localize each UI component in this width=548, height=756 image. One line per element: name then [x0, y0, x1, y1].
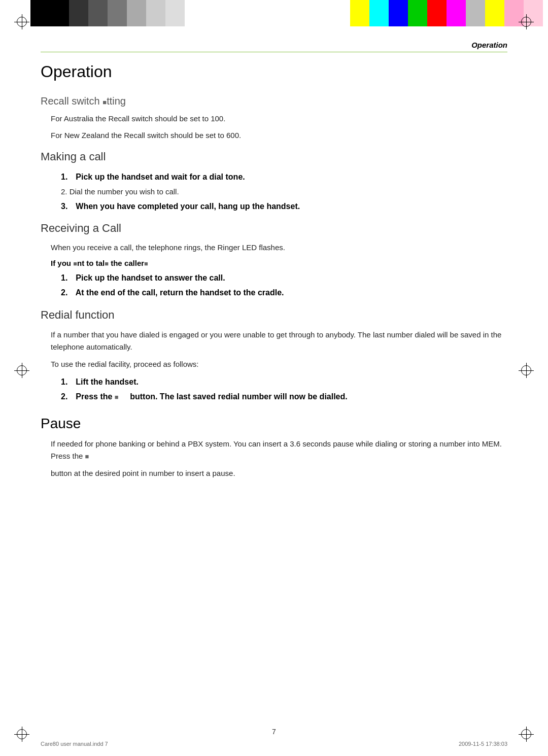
registration-mark-bottom-right [519, 727, 534, 742]
color-swatch [165, 0, 185, 26]
receiving-a-call-heading: Receiving a Call [41, 222, 507, 235]
color-swatch-yellow [350, 0, 369, 26]
page-number: 7 [272, 728, 276, 736]
color-swatch [127, 0, 146, 26]
registration-mark-middle-left [14, 363, 29, 378]
redial-step-2: 2. Press the ■ button. The last saved re… [61, 390, 507, 403]
recall-switch-heading-text: Recall switch ■tting [41, 95, 126, 107]
color-swatches-right [350, 0, 543, 26]
corrupt-char-5: ■ [115, 393, 128, 401]
making-step-1: 1. Pick up the handset and wait for a di… [61, 170, 507, 184]
header-title: Operation [471, 41, 507, 49]
redial-function-heading: Redial function [41, 308, 507, 322]
redial-function-section: Redial function If a number that you hav… [41, 308, 507, 403]
receiving-intro-text: When you receive a call, the telephone r… [51, 242, 507, 254]
corrupt-char-1: ■ [102, 98, 107, 106]
color-swatch [108, 0, 127, 26]
color-swatch-blue [389, 0, 408, 26]
color-swatch-cyan [369, 0, 389, 26]
pause-heading: Pause [41, 416, 507, 432]
corrupt-char-3: ■ [105, 260, 109, 267]
making-a-call-section: Making a call 1. Pick up the handset and… [41, 150, 507, 213]
receiving-step-1: 1. Pick up the handset to answer the cal… [61, 271, 507, 285]
corrupt-char-2: ■ [73, 260, 77, 267]
redial-step2-prefix: 2. Press the [61, 392, 112, 401]
color-swatch [30, 0, 50, 26]
redial-para-1: If a number that you have dialed is enga… [51, 329, 507, 353]
color-swatch [88, 0, 108, 26]
color-swatch [50, 0, 69, 26]
recall-switch-section: Recall switch ■tting For Australia the R… [41, 95, 507, 141]
corrupt-char-4: ■ [144, 260, 148, 267]
making-a-call-heading: Making a call [41, 150, 507, 163]
making-step-2: 2. Dial the number you wish to call. [61, 186, 507, 198]
redial-para-2: To use the redial facility, proceed as f… [51, 358, 507, 370]
corrupt-char-6: ■ [85, 453, 89, 460]
color-swatch-green [408, 0, 427, 26]
receiving-a-call-section: Receiving a Call When you receive a call… [41, 222, 507, 299]
registration-mark-middle-right [519, 363, 534, 378]
color-swatch [146, 0, 165, 26]
color-swatch-red [427, 0, 447, 26]
making-step-3: 3. When you have completed your call, ha… [61, 200, 507, 213]
recall-switch-heading: Recall switch ■tting [41, 95, 507, 107]
footer-right: 2009-11-5 17:38:03 [459, 741, 507, 747]
header-section: Operation [41, 41, 507, 52]
if-you-want-label: If you ■nt to tal■ the caller■ [51, 259, 507, 267]
registration-mark-bottom-left [14, 727, 29, 742]
footer-left: Care80 user manual.indd 7 [41, 741, 108, 747]
pause-para-1-text: If needed for phone banking or behind a … [51, 439, 502, 460]
top-color-bar [0, 0, 548, 26]
pause-para-1: If needed for phone banking or behind a … [51, 438, 507, 462]
color-swatch-lightgray [466, 0, 485, 26]
pause-section: Pause If needed for phone banking or beh… [41, 416, 507, 479]
recall-nz-text: For New Zealand the Recall switch should… [51, 130, 507, 142]
registration-mark-top-right [519, 14, 534, 29]
page-content: Operation Operation Recall switch ■tting… [41, 41, 507, 715]
color-swatch-yellow2 [485, 0, 504, 26]
redial-step2-suffix: button. The last saved redial number wil… [130, 392, 348, 401]
redial-step-1: 1. Lift the handset. [61, 375, 507, 389]
receiving-step-2: 2. At the end of the call, return the ha… [61, 286, 507, 299]
pause-para-2: button at the desired point in number to… [51, 467, 507, 479]
color-swatch-magenta [447, 0, 466, 26]
recall-australia-text: For Australia the Recall switch should b… [51, 113, 507, 125]
registration-mark-top-left [14, 14, 29, 29]
color-swatch [69, 0, 88, 26]
page-title: Operation [41, 62, 507, 81]
